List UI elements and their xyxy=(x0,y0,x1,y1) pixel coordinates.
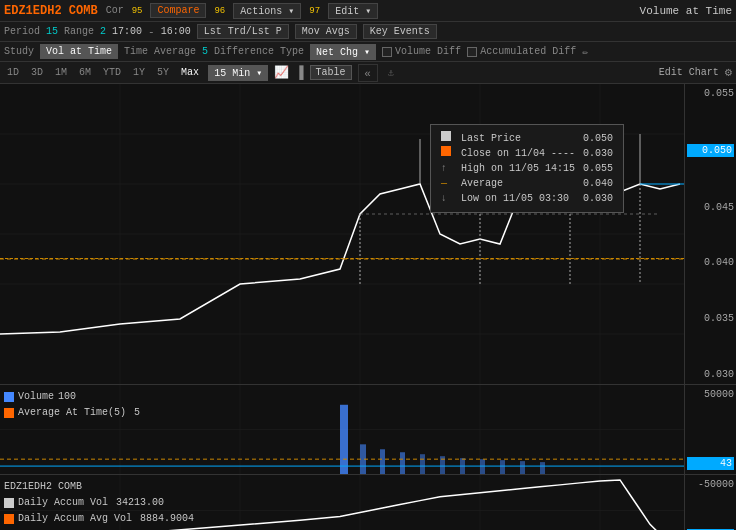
svg-rect-36 xyxy=(540,462,545,474)
time-1m[interactable]: 1M xyxy=(52,66,70,79)
tooltip-low: ↓ Low on 11/05 03:30 0.030 xyxy=(441,191,613,206)
avg-value: 0.040 xyxy=(583,176,613,191)
high-value: 0.055 xyxy=(583,161,613,176)
compare-badge: 95 xyxy=(132,6,143,16)
price-chart-canvas: Last Price 0.050 Close on 11/04 ---- 0.0… xyxy=(0,84,684,384)
average-line xyxy=(0,258,684,259)
svg-rect-30 xyxy=(420,454,425,474)
daily-avg-accum-row: Daily Accum Avg Vol 8884.9004 xyxy=(4,511,194,527)
tooltip-avg: — Average 0.040 xyxy=(441,176,613,191)
daily-avg-square xyxy=(4,514,14,524)
gear-icon[interactable]: ⚙ xyxy=(725,65,732,80)
svg-rect-29 xyxy=(400,452,405,474)
accum-symbol: EDZ1EDH2 COMB xyxy=(4,479,82,495)
pencil-icon[interactable]: ✏ xyxy=(582,46,588,58)
volume-axis: 50000 43 xyxy=(684,385,736,474)
daily-accum-label: Daily Accum Vol xyxy=(18,495,108,511)
daily-avg-label: Daily Accum Avg Vol xyxy=(18,511,132,527)
volume-legend: Volume 100 Average At Time(5) 5 xyxy=(4,389,140,421)
table-button[interactable]: Table xyxy=(310,65,352,80)
cor-label: Cor xyxy=(106,5,124,16)
study-label: Study xyxy=(4,46,34,57)
low-value: 0.030 xyxy=(583,191,613,206)
fourth-bar: 1D 3D 1M 6M YTD 1Y 5Y Max 15 Min ▾ 📈 ▐ T… xyxy=(0,62,736,84)
vol-axis-50000: 50000 xyxy=(687,389,734,400)
volume-diff-label: Volume Diff xyxy=(395,46,461,57)
accum-section: EDZ1EDH2 COMB Daily Accum Vol 34213.00 D… xyxy=(0,474,736,530)
last-price-value: 0.050 xyxy=(583,131,613,146)
edit-chart-icon: ⚓ xyxy=(388,67,394,79)
volume-at-time-label: Volume at Time xyxy=(640,5,732,17)
avg-time-value: 5 xyxy=(134,405,140,421)
period-label: Period xyxy=(4,26,40,37)
avg-time-square xyxy=(4,408,14,418)
high-label: High on 11/05 14:15 xyxy=(461,163,575,174)
edit-chart-area[interactable]: Edit Chart xyxy=(659,67,719,78)
actions-button[interactable]: Actions ▾ xyxy=(233,3,301,19)
symbol: EDZ1EDH2 COMB xyxy=(4,4,98,18)
daily-accum-square xyxy=(4,498,14,508)
svg-rect-35 xyxy=(520,461,525,474)
range-value: 2 xyxy=(100,26,106,37)
daily-accum-value: 34213.00 xyxy=(116,495,164,511)
volume-leg-row: Volume 100 xyxy=(4,389,140,405)
time-ytd[interactable]: YTD xyxy=(100,66,124,79)
last-price-square xyxy=(441,131,451,141)
avg-time-label: Average At Time(5) xyxy=(18,405,126,421)
price-axis: 0.055 0.050 0.045 0.040 0.035 0.030 xyxy=(684,84,736,384)
tooltip-high: ↑ High on 11/05 14:15 0.055 xyxy=(441,161,613,176)
volume-leg-label: Volume xyxy=(18,389,54,405)
low-label: Low on 11/05 03:30 xyxy=(461,193,569,204)
price-0050-highlighted: 0.050 xyxy=(687,144,734,157)
line-chart-icon[interactable]: 📈 xyxy=(274,65,289,80)
lst-trd-button[interactable]: Lst Trd/Lst P xyxy=(197,24,289,39)
edit-button[interactable]: Edit ▾ xyxy=(328,3,378,19)
tooltip-box: Last Price 0.050 Close on 11/04 ---- 0.0… xyxy=(430,124,624,213)
tooltip-close: Close on 11/04 ---- 0.030 xyxy=(441,146,613,161)
third-bar: Study Vol at Time Time Average 5 Differe… xyxy=(0,42,736,62)
close-square xyxy=(441,146,451,156)
time-avg-label: Time Average xyxy=(124,46,196,57)
accum-diff-checkbox[interactable] xyxy=(467,47,477,57)
svg-rect-26 xyxy=(340,405,348,474)
time-6m[interactable]: 6M xyxy=(76,66,94,79)
accum-diff-label: Accumulated Diff xyxy=(480,46,576,57)
key-events-button[interactable]: Key Events xyxy=(363,24,437,39)
edit-badge: 97 xyxy=(309,6,320,16)
vol-at-time-button[interactable]: Vol at Time xyxy=(40,44,118,59)
price-0040: 0.040 xyxy=(687,257,734,268)
collapse-button[interactable]: « xyxy=(358,64,378,82)
close-label: Close on 11/04 ---- xyxy=(461,148,575,159)
accum-diff-check[interactable]: Accumulated Diff xyxy=(467,46,576,57)
accum-legend: EDZ1EDH2 COMB Daily Accum Vol 34213.00 D… xyxy=(4,479,194,527)
net-chg-button[interactable]: Net Chg ▾ xyxy=(310,44,376,60)
time-1d[interactable]: 1D xyxy=(4,66,22,79)
time-3d[interactable]: 3D xyxy=(28,66,46,79)
time-5y[interactable]: 5Y xyxy=(154,66,172,79)
mov-avgs-button[interactable]: Mov Avgs xyxy=(295,24,357,39)
volume-leg-value: 100 xyxy=(58,389,76,405)
second-bar: Period 15 Range 2 17:00 - 16:00 Lst Trd/… xyxy=(0,22,736,42)
price-0055: 0.055 xyxy=(687,88,734,99)
price-0030: 0.030 xyxy=(687,369,734,380)
volume-diff-checkbox[interactable] xyxy=(382,47,392,57)
compare-button[interactable]: Compare xyxy=(150,3,206,18)
daily-accum-row: Daily Accum Vol 34213.00 xyxy=(4,495,194,511)
volume-diff-check[interactable]: Volume Diff xyxy=(382,46,461,57)
volume-canvas: Volume 100 Average At Time(5) 5 xyxy=(0,385,684,474)
time-max[interactable]: Max xyxy=(178,66,202,79)
time-1y[interactable]: 1Y xyxy=(130,66,148,79)
time-avg-value: 5 xyxy=(202,46,208,57)
top-bar: EDZ1EDH2 COMB Cor 95 Compare 96 Actions … xyxy=(0,0,736,22)
accum-canvas: EDZ1EDH2 COMB Daily Accum Vol 34213.00 D… xyxy=(0,475,684,530)
timeframe-button[interactable]: 15 Min ▾ xyxy=(208,65,268,81)
to-time: 16:00 xyxy=(161,26,191,37)
bar-chart-icon[interactable]: ▐ xyxy=(295,65,303,81)
vol-axis-43: 43 xyxy=(687,457,734,470)
tooltip-last-price: Last Price 0.050 xyxy=(441,131,613,146)
range-label: Range xyxy=(64,26,94,37)
volume-section: Volume 100 Average At Time(5) 5 50000 43 xyxy=(0,384,736,474)
diff-type-label: Difference Type xyxy=(214,46,304,57)
accum-axis-neg50000: -50000 xyxy=(687,479,734,490)
accum-axis: -50000 43.00 xyxy=(684,475,736,530)
